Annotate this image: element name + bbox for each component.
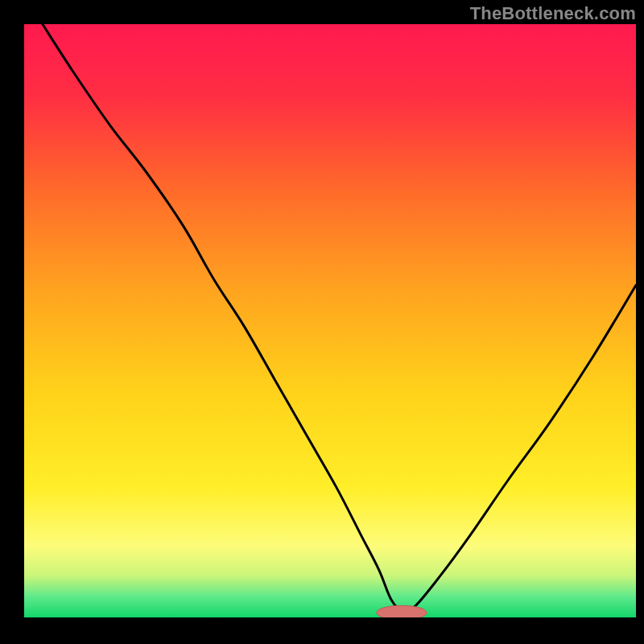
bottleneck-chart	[0, 0, 644, 644]
attribution-label: TheBottleneck.com	[470, 3, 636, 24]
gradient-background	[24, 24, 636, 617]
chart-frame: TheBottleneck.com	[0, 0, 644, 644]
optimal-marker	[377, 605, 427, 620]
